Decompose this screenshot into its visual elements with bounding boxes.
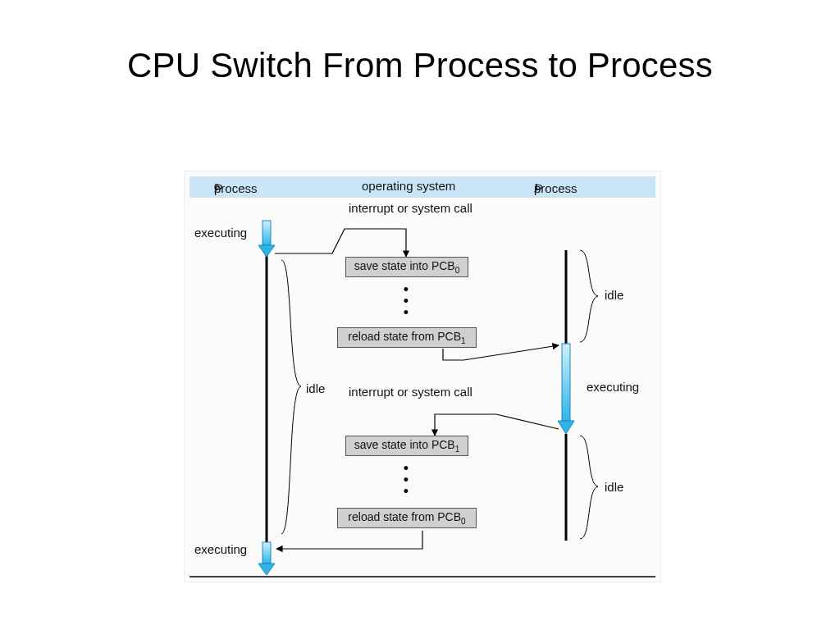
label-executing-mid: executing	[587, 380, 639, 394]
context-switch-diagram: process P0 operating system process P1	[184, 171, 661, 582]
svg-marker-7	[258, 564, 275, 575]
page-title: CPU Switch From Process to Process	[0, 46, 840, 85]
ellipsis-icon: •••	[398, 281, 414, 316]
action-save1-sub: 1	[455, 445, 460, 454]
action-reload0-sub: 0	[461, 517, 466, 526]
label-interrupt-1: interrupt or system call	[349, 201, 472, 215]
label-executing-bottom: executing	[194, 542, 247, 556]
action-reload1-sub: 1	[461, 336, 466, 345]
svg-marker-9	[558, 421, 574, 434]
svg-rect-8	[562, 344, 570, 421]
action-save1-text: save state into PCB	[354, 438, 455, 451]
svg-rect-6	[262, 542, 271, 564]
action-reload1-text: reload state from PCB	[348, 330, 461, 343]
action-save-pcb1: save state into PCB1	[345, 436, 468, 456]
svg-marker-5	[258, 245, 275, 257]
action-save0-text: save state into PCB	[354, 259, 455, 272]
action-reload-pcb1: reload state from PCB1	[337, 327, 477, 348]
label-interrupt-2: interrupt or system call	[349, 385, 472, 399]
label-idle-right-top: idle	[605, 288, 623, 302]
label-idle-right-bottom: idle	[605, 480, 623, 494]
action-save0-sub: 0	[455, 266, 460, 275]
action-save-pcb0: save state into PCB0	[345, 257, 468, 277]
ellipsis-icon: •••	[398, 460, 414, 495]
label-executing-top: executing	[194, 226, 247, 240]
label-idle-left: idle	[306, 381, 325, 395]
action-reload0-text: reload state from PCB	[348, 510, 461, 523]
action-reload-pcb0: reload state from PCB0	[337, 508, 477, 528]
svg-rect-4	[262, 221, 271, 245]
